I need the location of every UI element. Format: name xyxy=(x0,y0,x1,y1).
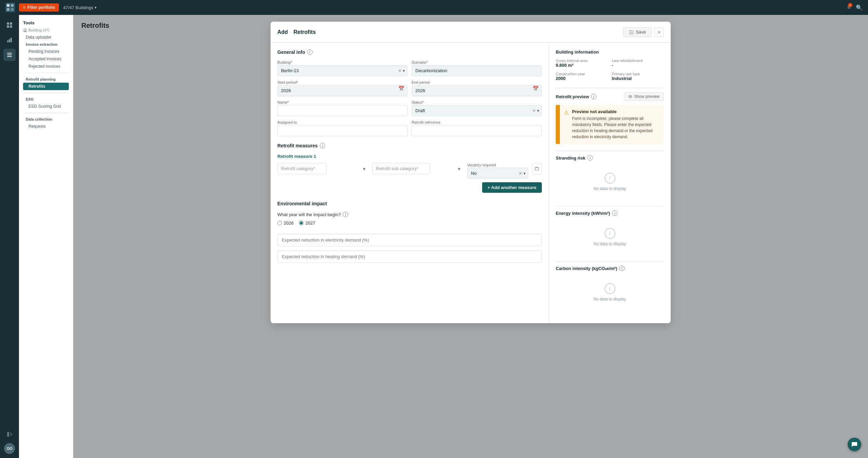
retrofit-category-select[interactable]: Retrofit category* xyxy=(277,163,327,174)
chat-icon xyxy=(851,441,858,448)
esg-item[interactable]: ESG xyxy=(23,96,69,103)
delete-measure-button[interactable] xyxy=(532,163,542,174)
svg-rect-3 xyxy=(7,8,9,11)
warning-icon: ⚠ xyxy=(564,109,569,116)
filter-portfolio-button[interactable]: ≡ Filter portfolio xyxy=(19,3,59,12)
building-subtitle: Building (47) xyxy=(23,28,69,32)
pending-invoices-item[interactable]: Pending invoices xyxy=(23,48,69,55)
requests-item[interactable]: Requests xyxy=(23,123,69,130)
energy-intensity-title: Energy intensity (kWh/m²) i xyxy=(556,210,664,216)
sidebar-collapse-icon[interactable] xyxy=(3,428,16,440)
carbon-intensity-help-icon[interactable]: i xyxy=(619,266,625,271)
retrofit-preview-header: Retrofit preview i Show preview xyxy=(556,92,664,101)
svg-rect-0 xyxy=(5,3,15,12)
name-input[interactable] xyxy=(277,105,408,116)
search-icon[interactable]: 🔍 xyxy=(856,4,863,11)
year-2026-radio[interactable] xyxy=(277,221,282,225)
electricity-reduction-input[interactable] xyxy=(277,234,542,246)
icon-sidebar: OO xyxy=(0,15,19,458)
building-info-grid: Gross internal area 9.800 m² Last refurb… xyxy=(556,59,664,81)
sidebar-grid-icon[interactable] xyxy=(3,19,16,31)
year-2027-option[interactable]: 2027 xyxy=(299,221,315,226)
invoice-extraction-item[interactable]: Invoice extraction xyxy=(23,41,69,48)
general-info-help-icon[interactable]: i xyxy=(307,49,313,55)
gross-area-value: 9.800 m² xyxy=(556,63,608,68)
user-avatar[interactable]: OO xyxy=(4,443,15,454)
sidebar-chart-icon[interactable] xyxy=(3,34,16,46)
retrofit-subcategory-select[interactable]: Retrofit sub category* xyxy=(372,163,430,174)
scenario-input[interactable] xyxy=(412,65,542,76)
svg-rect-18 xyxy=(630,32,632,34)
close-modal-button[interactable]: × xyxy=(654,27,664,37)
svg-rect-12 xyxy=(7,53,12,54)
assigned-to-label: Assigned to xyxy=(277,120,408,124)
building-chevron-icon: ▾ xyxy=(403,68,405,73)
sidebar-list-icon[interactable] xyxy=(3,49,16,61)
add-measure-container: + Add another measure xyxy=(277,182,542,193)
year-2027-radio[interactable] xyxy=(299,221,303,225)
svg-rect-8 xyxy=(10,25,12,28)
building-info-title: Building information xyxy=(556,49,664,55)
vacancy-select-icons: ✕ ▾ xyxy=(519,171,526,176)
svg-rect-1 xyxy=(7,4,9,7)
stranding-risk-help-icon[interactable]: i xyxy=(587,155,593,161)
svg-rect-5 xyxy=(7,22,9,25)
name-field: Name* xyxy=(277,100,408,116)
end-period-calendar-icon: 📅 xyxy=(533,86,538,91)
energy-intensity-no-data: i No data to display xyxy=(556,220,664,254)
start-period-input[interactable] xyxy=(277,85,408,96)
data-uploader-item[interactable]: Data uploader xyxy=(23,34,69,41)
end-period-label: End period xyxy=(412,80,542,84)
stranding-risk-section: Stranding risk i i No data to display xyxy=(556,155,664,199)
status-select[interactable]: DraftActiveCompleted xyxy=(412,105,542,116)
year-2026-option[interactable]: 2026 xyxy=(277,221,294,226)
rejected-invoices-item[interactable]: Rejected invoices xyxy=(23,63,69,70)
building-select-wrap: Berlin-13 ✕ ▾ xyxy=(277,65,408,76)
divider-1 xyxy=(556,88,664,88)
last-refurbishment-item: Last refurbishment - xyxy=(612,59,664,68)
svg-rect-19 xyxy=(630,30,632,32)
show-preview-button[interactable]: Show preview xyxy=(624,92,664,101)
start-period-label: Start period* xyxy=(277,80,408,84)
svg-rect-17 xyxy=(24,30,26,32)
environmental-impact-section: Environmental impact What year will the … xyxy=(277,201,542,263)
impact-year-help-icon[interactable]: i xyxy=(343,212,348,217)
retrofit-preview-help-icon[interactable]: i xyxy=(591,94,596,99)
retrofit-measures-title: Retrofit measures i xyxy=(277,143,542,148)
accepted-invoices-item[interactable]: Accepted invoices xyxy=(23,55,69,63)
warning-accent xyxy=(557,105,560,144)
vacancy-clear-icon[interactable]: ✕ xyxy=(519,171,522,176)
name-status-row: Name* Status* DraftActiveCompleted ✕ ▾ xyxy=(277,100,542,116)
modal-separator: · xyxy=(290,29,291,35)
assigned-to-field: Assigned to xyxy=(277,120,408,136)
stranding-risk-no-data-icon: i xyxy=(605,173,615,184)
start-period-field: Start period* 📅 xyxy=(277,80,408,96)
esg-scoring-grid-item[interactable]: ESG Scoring Grid xyxy=(23,103,69,110)
svg-rect-4 xyxy=(11,8,14,11)
notifications-icon[interactable]: ≡ 1 xyxy=(847,4,850,11)
measure-1-row: Retrofit category* ▾ Retrofit sub catego… xyxy=(277,163,542,179)
retrofit-subcategory-wrap: Retrofit sub category* ▾ xyxy=(372,163,464,174)
save-button[interactable]: Save xyxy=(623,27,652,37)
retrofit-planning-item[interactable]: Retrofit planning xyxy=(23,76,69,83)
heating-reduction-input[interactable] xyxy=(277,250,542,263)
building-clear-icon[interactable]: ✕ xyxy=(398,68,401,73)
data-collection-item[interactable]: Data collection xyxy=(23,116,69,123)
sidebar-bottom: OO xyxy=(3,428,16,454)
building-select[interactable]: Berlin-13 xyxy=(277,65,408,76)
svg-rect-11 xyxy=(11,38,12,42)
retrofits-item[interactable]: Retrofits xyxy=(23,83,69,90)
energy-intensity-help-icon[interactable]: i xyxy=(612,210,617,216)
end-period-field: End period 📅 xyxy=(412,80,542,96)
buildings-count-label: 47/47 Buildings ▾ xyxy=(63,5,97,10)
status-select-icons: ✕ ▾ xyxy=(532,108,539,113)
add-another-measure-button[interactable]: + Add another measure xyxy=(482,182,542,193)
retrofit-reference-input[interactable] xyxy=(412,125,542,136)
chat-widget[interactable] xyxy=(848,438,861,451)
end-period-input[interactable] xyxy=(412,85,542,96)
assigned-to-input[interactable] xyxy=(277,125,408,136)
gross-area-label: Gross internal area xyxy=(556,59,608,63)
svg-point-21 xyxy=(630,96,631,97)
status-clear-icon[interactable]: ✕ xyxy=(532,108,536,113)
retrofit-measures-help-icon[interactable]: i xyxy=(320,143,325,148)
